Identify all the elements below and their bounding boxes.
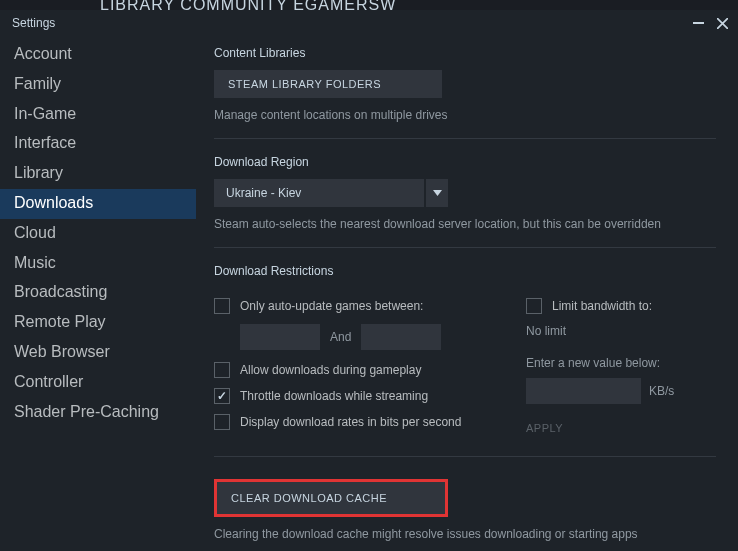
sidebar-item-cloud[interactable]: Cloud [0, 219, 196, 249]
close-icon[interactable] [712, 13, 732, 33]
clear-cache-hint: Clearing the download cache might resolv… [214, 527, 716, 541]
background-menu: LIBRARY COMMUNITY EGAMERSW [0, 0, 738, 10]
bits-per-second-checkbox[interactable] [214, 414, 230, 430]
divider [214, 247, 716, 248]
kbs-unit: KB/s [649, 384, 674, 398]
chevron-down-icon[interactable] [426, 179, 448, 207]
sidebar-item-remote-play[interactable]: Remote Play [0, 308, 196, 338]
time-and-text: And [330, 330, 351, 344]
throttle-checkbox[interactable] [214, 388, 230, 404]
allow-gameplay-checkbox-row[interactable]: Allow downloads during gameplay [214, 362, 496, 378]
sidebar: Account Family In-Game Interface Library… [0, 36, 196, 551]
sidebar-item-web-browser[interactable]: Web Browser [0, 338, 196, 368]
divider [214, 456, 716, 457]
steam-library-folders-button[interactable]: STEAM LIBRARY FOLDERS [214, 70, 442, 98]
time-end-input[interactable] [361, 324, 441, 350]
clear-download-cache-button[interactable]: CLEAR DOWNLOAD CACHE [217, 482, 445, 514]
limit-bandwidth-checkbox[interactable] [526, 298, 542, 314]
region-select[interactable]: Ukraine - Kiev [214, 179, 424, 207]
bandwidth-row: KB/s [526, 378, 716, 404]
main-panel: Content Libraries STEAM LIBRARY FOLDERS … [196, 36, 738, 551]
window-title: Settings [12, 16, 55, 30]
sidebar-item-library[interactable]: Library [0, 159, 196, 189]
sidebar-item-account[interactable]: Account [0, 40, 196, 70]
bits-per-second-checkbox-row[interactable]: Display download rates in bits per secon… [214, 414, 496, 430]
auto-update-checkbox-row[interactable]: Only auto-update games between: [214, 298, 496, 314]
sidebar-item-interface[interactable]: Interface [0, 129, 196, 159]
allow-gameplay-label: Allow downloads during gameplay [240, 363, 421, 377]
sidebar-item-in-game[interactable]: In-Game [0, 100, 196, 130]
throttle-label: Throttle downloads while streaming [240, 389, 428, 403]
sidebar-item-controller[interactable]: Controller [0, 368, 196, 398]
minimize-icon[interactable] [688, 13, 708, 33]
time-start-input[interactable] [240, 324, 320, 350]
sidebar-item-family[interactable]: Family [0, 70, 196, 100]
download-restrictions-title: Download Restrictions [214, 264, 716, 278]
region-select-row: Ukraine - Kiev [214, 179, 716, 207]
window-controls [688, 13, 732, 33]
sidebar-item-music[interactable]: Music [0, 249, 196, 279]
title-bar: Settings [0, 10, 738, 36]
restrictions-left: Only auto-update games between: And Allo… [214, 288, 496, 440]
divider [214, 138, 716, 139]
restrictions-row: Only auto-update games between: And Allo… [214, 288, 716, 440]
svg-rect-0 [693, 22, 704, 24]
limit-bandwidth-checkbox-row[interactable]: Limit bandwidth to: [526, 298, 716, 314]
apply-button[interactable]: APPLY [526, 418, 563, 438]
sidebar-item-broadcasting[interactable]: Broadcasting [0, 278, 196, 308]
throttle-checkbox-row[interactable]: Throttle downloads while streaming [214, 388, 496, 404]
content-area: Account Family In-Game Interface Library… [0, 36, 738, 551]
download-region-title: Download Region [214, 155, 716, 169]
auto-update-checkbox[interactable] [214, 298, 230, 314]
content-libraries-title: Content Libraries [214, 46, 716, 60]
settings-window: LIBRARY COMMUNITY EGAMERSW Settings Acco… [0, 0, 738, 551]
limit-bandwidth-label: Limit bandwidth to: [552, 299, 652, 313]
time-range-row: And [240, 324, 496, 350]
clear-cache-highlight: CLEAR DOWNLOAD CACHE [214, 479, 448, 517]
no-limit-text: No limit [526, 324, 716, 338]
restrictions-right: Limit bandwidth to: No limit Enter a new… [526, 288, 716, 440]
bits-per-second-label: Display download rates in bits per secon… [240, 415, 461, 429]
sidebar-item-shader-pre-caching[interactable]: Shader Pre-Caching [0, 398, 196, 428]
sidebar-item-downloads[interactable]: Downloads [0, 189, 196, 219]
download-region-hint: Steam auto-selects the nearest download … [214, 217, 716, 231]
content-libraries-hint: Manage content locations on multiple dri… [214, 108, 716, 122]
bandwidth-input[interactable] [526, 378, 641, 404]
allow-gameplay-checkbox[interactable] [214, 362, 230, 378]
enter-value-label: Enter a new value below: [526, 356, 716, 370]
auto-update-label: Only auto-update games between: [240, 299, 423, 313]
